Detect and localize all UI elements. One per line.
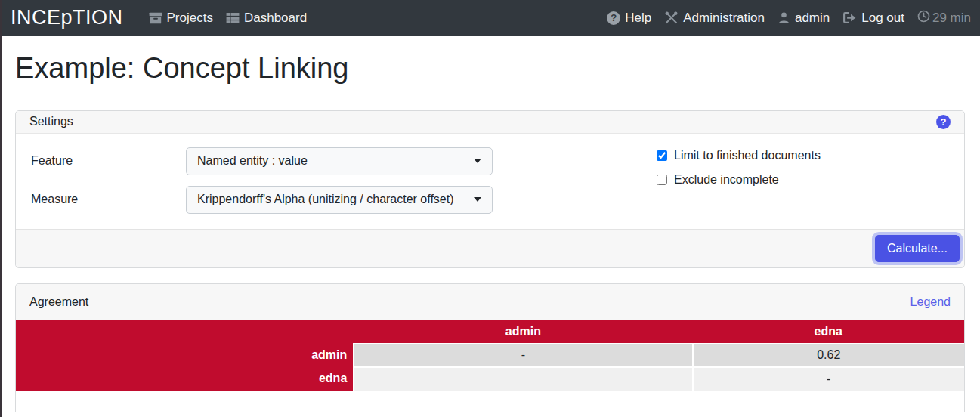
exclude-incomplete-checkbox-row[interactable]: Exclude incomplete — [657, 173, 821, 187]
tools-icon — [664, 11, 679, 24]
user-icon — [778, 11, 790, 24]
brand-logo[interactable]: INCEpTION — [11, 6, 123, 29]
window-left-edge — [0, 0, 2, 417]
archive-icon — [149, 12, 162, 24]
settings-title: Settings — [29, 115, 73, 128]
feature-label: Feature — [31, 147, 186, 175]
measure-field-row: Measure Krippendorff's Alpha (unitizing … — [31, 186, 949, 214]
nav-dashboard-label: Dashboard — [244, 11, 307, 26]
nav-administration-label: Administration — [683, 11, 765, 26]
help-circle-icon: ? — [607, 11, 620, 25]
nav-user[interactable]: admin — [778, 11, 830, 26]
calculate-button[interactable]: Calculate... — [875, 235, 960, 262]
page-title: Example: Concept Linking — [15, 52, 965, 85]
clock-icon — [917, 10, 930, 26]
chevron-down-icon — [474, 159, 481, 163]
cell-edna-edna: - — [693, 367, 964, 391]
cell-admin-edna: 0.62 — [693, 344, 964, 367]
settings-panel: Settings ? Feature Named entity : value … — [15, 110, 965, 268]
top-navbar: INCEpTION Projects Dashboard ? Help Admi… — [0, 0, 980, 36]
agreement-title: Agreement — [29, 295, 88, 309]
nav-dashboard[interactable]: Dashboard — [226, 11, 307, 26]
nav-help-label: Help — [625, 11, 651, 26]
dashboard-list-icon — [226, 12, 240, 24]
limit-finished-checkbox-label: Limit to finished documents — [674, 149, 821, 162]
agreement-panel-tail — [16, 391, 964, 412]
settings-panel-body: Feature Named entity : value Measure Kri… — [16, 134, 964, 229]
nav-user-label: admin — [795, 11, 830, 26]
table-corner-cell — [16, 320, 354, 344]
nav-projects[interactable]: Projects — [149, 11, 213, 26]
session-timer-label: 29 min — [932, 11, 971, 26]
nav-logout-label: Log out — [861, 11, 904, 26]
measure-label: Measure — [31, 186, 186, 214]
settings-checkboxes: Limit to finished documents Exclude inco… — [657, 149, 821, 187]
nav-help[interactable]: ? Help — [607, 11, 651, 26]
row-header-edna: edna — [16, 367, 354, 391]
limit-finished-checkbox[interactable] — [657, 150, 667, 161]
main-content: Example: Concept Linking Settings ? Feat… — [0, 52, 980, 412]
exclude-incomplete-checkbox[interactable] — [657, 175, 667, 185]
feature-select-value: Named entity : value — [197, 154, 468, 168]
settings-panel-footer: Calculate... — [16, 229, 964, 267]
legend-link[interactable]: Legend — [910, 295, 951, 309]
measure-select-value: Krippendorff's Alpha (unitizing / charac… — [197, 193, 468, 206]
nav-left: Projects Dashboard — [149, 11, 308, 26]
cell-edna-admin — [354, 367, 692, 391]
chevron-down-icon — [474, 197, 481, 202]
column-header-admin: admin — [354, 320, 692, 344]
settings-help-icon[interactable]: ? — [936, 115, 951, 129]
row-header-admin: admin — [16, 344, 354, 367]
logout-icon — [842, 11, 857, 24]
nav-administration[interactable]: Administration — [664, 11, 765, 26]
measure-select[interactable]: Krippendorff's Alpha (unitizing / charac… — [186, 186, 493, 214]
agreement-panel: Agreement Legend admin edna admin - 0.62 — [15, 283, 965, 412]
table-row-edna: edna - — [16, 367, 964, 391]
agreement-panel-header: Agreement Legend — [16, 284, 964, 320]
settings-panel-header: Settings ? — [16, 111, 964, 134]
table-row-admin: admin - 0.62 — [16, 344, 964, 367]
nav-logout[interactable]: Log out — [842, 11, 904, 26]
nav-projects-label: Projects — [167, 11, 213, 26]
agreement-table: admin edna admin - 0.62 edna - — [16, 320, 964, 391]
nav-right: ? Help Administration admin Log out 29 — [607, 10, 971, 26]
table-header-row: admin edna — [16, 320, 964, 344]
feature-select[interactable]: Named entity : value — [186, 147, 493, 175]
cell-admin-admin: - — [354, 344, 692, 367]
column-header-edna: edna — [693, 320, 964, 344]
exclude-incomplete-checkbox-label: Exclude incomplete — [674, 173, 779, 187]
session-timer: 29 min — [917, 10, 971, 26]
limit-finished-checkbox-row[interactable]: Limit to finished documents — [657, 149, 821, 162]
